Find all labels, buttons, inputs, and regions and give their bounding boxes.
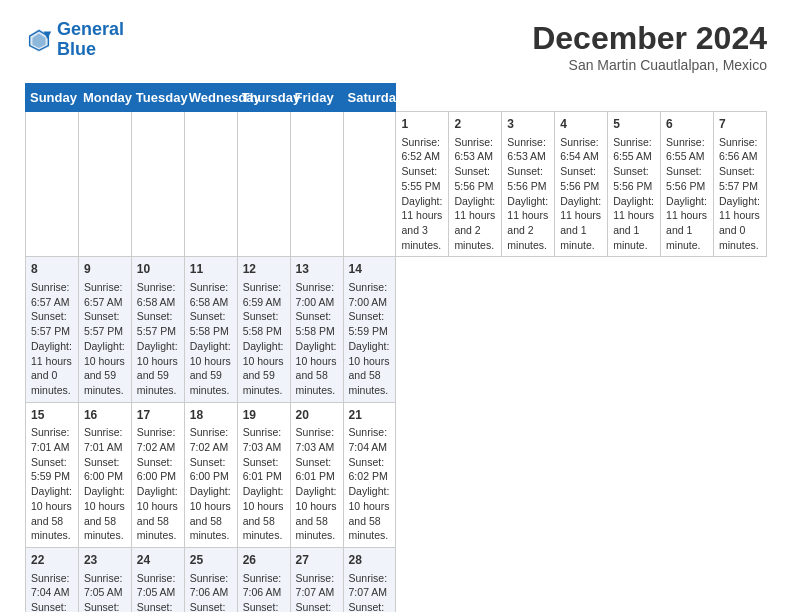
day-info: Sunset: 6:00 PM bbox=[190, 455, 232, 484]
day-info: Daylight: 11 hours and 0 minutes. bbox=[31, 339, 73, 398]
calendar-cell: 21Sunrise: 7:04 AMSunset: 6:02 PMDayligh… bbox=[343, 402, 396, 547]
calendar-cell: 27Sunrise: 7:07 AMSunset: 6:05 PMDayligh… bbox=[290, 547, 343, 612]
day-info: Sunrise: 6:58 AM bbox=[137, 280, 179, 309]
title-area: December 2024 San Martin Cuautlalpan, Me… bbox=[532, 20, 767, 73]
day-number: 16 bbox=[84, 407, 126, 424]
day-number: 23 bbox=[84, 552, 126, 569]
day-info: Daylight: 10 hours and 58 minutes. bbox=[31, 484, 73, 543]
day-info: Sunrise: 7:03 AM bbox=[296, 425, 338, 454]
day-info: Sunrise: 6:59 AM bbox=[243, 280, 285, 309]
calendar-cell: 2Sunrise: 6:53 AMSunset: 5:56 PMDaylight… bbox=[449, 112, 502, 257]
day-info: Sunrise: 6:53 AM bbox=[454, 135, 496, 164]
day-info: Sunrise: 6:57 AM bbox=[84, 280, 126, 309]
day-info: Sunrise: 7:06 AM bbox=[190, 571, 232, 600]
day-number: 22 bbox=[31, 552, 73, 569]
calendar-cell: 15Sunrise: 7:01 AMSunset: 5:59 PMDayligh… bbox=[26, 402, 79, 547]
day-info: Sunset: 6:03 PM bbox=[84, 600, 126, 612]
day-info: Sunrise: 7:04 AM bbox=[31, 571, 73, 600]
day-info: Sunrise: 6:55 AM bbox=[613, 135, 655, 164]
day-info: Sunset: 6:06 PM bbox=[349, 600, 391, 612]
day-info: Sunrise: 6:53 AM bbox=[507, 135, 549, 164]
day-info: Sunrise: 7:06 AM bbox=[243, 571, 285, 600]
calendar-cell: 26Sunrise: 7:06 AMSunset: 6:05 PMDayligh… bbox=[237, 547, 290, 612]
day-info: Sunset: 5:55 PM bbox=[401, 164, 443, 193]
day-info: Sunset: 5:56 PM bbox=[507, 164, 549, 193]
day-info: Daylight: 10 hours and 59 minutes. bbox=[190, 339, 232, 398]
day-info: Sunset: 6:04 PM bbox=[190, 600, 232, 612]
day-number: 20 bbox=[296, 407, 338, 424]
day-info: Sunset: 5:58 PM bbox=[190, 309, 232, 338]
day-info: Daylight: 10 hours and 58 minutes. bbox=[84, 484, 126, 543]
calendar-week-row: 15Sunrise: 7:01 AMSunset: 5:59 PMDayligh… bbox=[26, 402, 767, 547]
calendar-cell: 17Sunrise: 7:02 AMSunset: 6:00 PMDayligh… bbox=[131, 402, 184, 547]
day-info: Sunset: 6:01 PM bbox=[243, 455, 285, 484]
day-info: Sunset: 5:56 PM bbox=[666, 164, 708, 193]
calendar-cell: 8Sunrise: 6:57 AMSunset: 5:57 PMDaylight… bbox=[26, 257, 79, 402]
day-info: Daylight: 11 hours and 2 minutes. bbox=[507, 194, 549, 253]
calendar-cell: 12Sunrise: 6:59 AMSunset: 5:58 PMDayligh… bbox=[237, 257, 290, 402]
day-info: Sunrise: 7:02 AM bbox=[190, 425, 232, 454]
day-info: Sunrise: 7:07 AM bbox=[349, 571, 391, 600]
day-of-week-header: Thursday bbox=[237, 84, 290, 112]
day-number: 14 bbox=[349, 261, 391, 278]
day-number: 10 bbox=[137, 261, 179, 278]
day-number: 12 bbox=[243, 261, 285, 278]
day-info: Daylight: 11 hours and 2 minutes. bbox=[454, 194, 496, 253]
day-info: Daylight: 10 hours and 58 minutes. bbox=[349, 339, 391, 398]
day-info: Daylight: 11 hours and 1 minute. bbox=[560, 194, 602, 253]
day-number: 2 bbox=[454, 116, 496, 133]
calendar-cell: 16Sunrise: 7:01 AMSunset: 6:00 PMDayligh… bbox=[78, 402, 131, 547]
calendar-week-row: 1Sunrise: 6:52 AMSunset: 5:55 PMDaylight… bbox=[26, 112, 767, 257]
day-info: Daylight: 10 hours and 59 minutes. bbox=[137, 339, 179, 398]
day-info: Daylight: 10 hours and 59 minutes. bbox=[243, 339, 285, 398]
day-info: Sunset: 5:59 PM bbox=[349, 309, 391, 338]
day-info: Sunrise: 7:01 AM bbox=[31, 425, 73, 454]
day-number: 24 bbox=[137, 552, 179, 569]
calendar-cell: 1Sunrise: 6:52 AMSunset: 5:55 PMDaylight… bbox=[396, 112, 449, 257]
logo-text: General Blue bbox=[57, 20, 124, 60]
day-info: Sunrise: 7:01 AM bbox=[84, 425, 126, 454]
day-info: Sunrise: 6:54 AM bbox=[560, 135, 602, 164]
calendar-cell: 28Sunrise: 7:07 AMSunset: 6:06 PMDayligh… bbox=[343, 547, 396, 612]
day-number: 27 bbox=[296, 552, 338, 569]
calendar-body: 1Sunrise: 6:52 AMSunset: 5:55 PMDaylight… bbox=[26, 112, 767, 613]
day-info: Sunset: 5:58 PM bbox=[296, 309, 338, 338]
day-info: Sunrise: 6:56 AM bbox=[719, 135, 761, 164]
day-info: Sunrise: 7:00 AM bbox=[296, 280, 338, 309]
day-number: 21 bbox=[349, 407, 391, 424]
day-info: Sunset: 5:56 PM bbox=[454, 164, 496, 193]
day-info: Daylight: 10 hours and 58 minutes. bbox=[296, 484, 338, 543]
calendar-cell: 7Sunrise: 6:56 AMSunset: 5:57 PMDaylight… bbox=[713, 112, 766, 257]
day-info: Daylight: 11 hours and 3 minutes. bbox=[401, 194, 443, 253]
day-number: 11 bbox=[190, 261, 232, 278]
calendar-cell: 3Sunrise: 6:53 AMSunset: 5:56 PMDaylight… bbox=[502, 112, 555, 257]
day-info: Daylight: 10 hours and 58 minutes. bbox=[296, 339, 338, 398]
subtitle: San Martin Cuautlalpan, Mexico bbox=[532, 57, 767, 73]
day-info: Daylight: 10 hours and 58 minutes. bbox=[137, 484, 179, 543]
calendar-cell bbox=[290, 112, 343, 257]
day-of-week-header: Monday bbox=[78, 84, 131, 112]
day-info: Sunrise: 7:05 AM bbox=[137, 571, 179, 600]
day-of-week-header: Wednesday bbox=[184, 84, 237, 112]
day-number: 1 bbox=[401, 116, 443, 133]
day-number: 19 bbox=[243, 407, 285, 424]
day-info: Daylight: 10 hours and 58 minutes. bbox=[190, 484, 232, 543]
calendar-cell: 5Sunrise: 6:55 AMSunset: 5:56 PMDaylight… bbox=[608, 112, 661, 257]
day-number: 3 bbox=[507, 116, 549, 133]
calendar-week-row: 8Sunrise: 6:57 AMSunset: 5:57 PMDaylight… bbox=[26, 257, 767, 402]
day-number: 15 bbox=[31, 407, 73, 424]
calendar-cell: 23Sunrise: 7:05 AMSunset: 6:03 PMDayligh… bbox=[78, 547, 131, 612]
day-of-week-header: Saturday bbox=[343, 84, 396, 112]
day-info: Sunset: 5:56 PM bbox=[560, 164, 602, 193]
day-info: Sunset: 5:57 PM bbox=[719, 164, 761, 193]
day-info: Sunset: 6:05 PM bbox=[243, 600, 285, 612]
day-of-week-header: Tuesday bbox=[131, 84, 184, 112]
day-number: 8 bbox=[31, 261, 73, 278]
calendar-cell bbox=[131, 112, 184, 257]
day-info: Sunset: 6:01 PM bbox=[296, 455, 338, 484]
calendar-cell: 18Sunrise: 7:02 AMSunset: 6:00 PMDayligh… bbox=[184, 402, 237, 547]
day-info: Sunset: 5:57 PM bbox=[137, 309, 179, 338]
day-info: Sunset: 6:05 PM bbox=[296, 600, 338, 612]
day-number: 6 bbox=[666, 116, 708, 133]
day-info: Daylight: 11 hours and 1 minute. bbox=[613, 194, 655, 253]
